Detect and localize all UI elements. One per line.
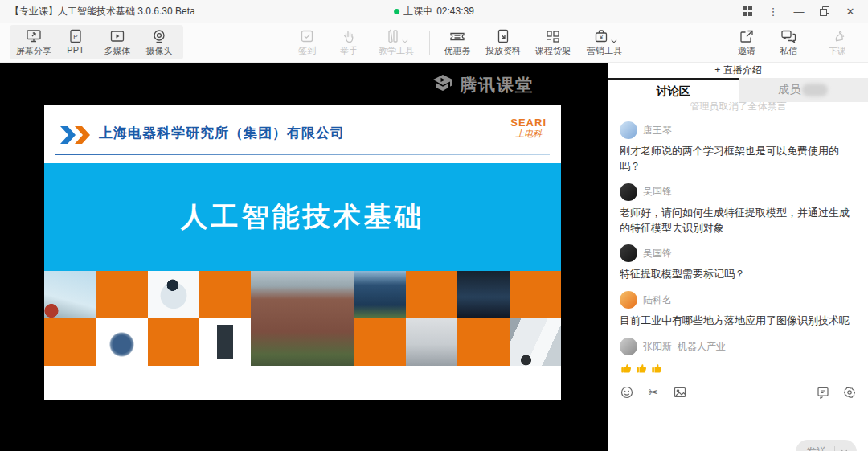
message-list[interactable]: 管理员取消了全体禁言 唐王琴刚才老师说的两个学习框架也是可以免费使用的吗？吴国锋… [608,102,868,380]
chat-username: 陆科名 [643,293,672,307]
more-menu-icon[interactable]: ⋮ [762,2,784,20]
marketing-tools-label: 营销工具 [587,45,622,57]
multimedia-label: 多媒体 [104,45,131,57]
restore-icon[interactable] [813,2,836,20]
gallery-cell-building [251,271,354,366]
teaching-tools-label: 教学工具 [379,45,414,57]
gallery-cell-orange [96,271,147,318]
system-message: 管理员取消了全体禁言 [620,102,857,113]
multimedia-icon [110,27,125,43]
camera-button[interactable]: 摄像头 [138,27,180,57]
checkin-button[interactable]: 签到 [286,27,328,57]
toolbar-divider [429,31,430,55]
member-count-blurred [802,84,828,96]
screen-share-button[interactable]: 屏幕分享 [13,27,55,57]
tab-members[interactable]: 成员 [739,78,868,102]
slide-title: 人工智能技术基础 [181,199,425,236]
composer-toolbar: ✂ [608,380,868,404]
gallery-cell-orange [148,318,199,366]
class-timer: 02:43:39 [436,6,474,17]
window-controls: ⋮ — ✕ [736,2,868,20]
emoji-icon[interactable] [620,385,634,400]
teaching-tools-button[interactable]: 教学工具 [370,27,423,57]
chat-text: 目前工业中有哪些地方落地应用了图像识别技术呢 [620,314,857,329]
gallery-cell-wind [44,271,96,318]
tab-discussion[interactable]: 讨论区 [608,78,739,102]
chat-username: 吴国锋 [643,247,672,260]
direct-message-button[interactable]: 私信 [768,27,809,57]
chat-settings-gear-icon[interactable] [842,385,857,400]
chat-text [620,360,857,375]
presentation-stage: 腾讯课堂 上海电器科学研究所（集团）有限公司 SEARI 上电科 人工智能技术 [0,63,608,451]
add-live-intro-button[interactable]: + 直播介绍 [608,63,868,78]
chat-username: 张阳新 [643,340,672,354]
company-name: 上海电器科学研究所（集团）有限公司 [99,124,345,142]
coupon-button[interactable]: 优惠券 [436,27,478,57]
gallery-cell-orange [44,318,96,366]
camera-label: 摄像头 [146,45,173,57]
slide-footer [44,366,561,400]
tab-discussion-label: 讨论区 [657,84,690,99]
marketing-tools-icon: ¥ [594,27,615,43]
stream-source-group: 屏幕分享 P PPT 多媒体 摄像头 [10,25,183,59]
course-shelf-label: 课程货架 [535,45,571,57]
live-status-dot [394,9,399,14]
gallery-cell-orange [510,271,561,318]
invite-button[interactable]: 邀请 [726,27,768,57]
gallery-cell-breaker [199,318,251,366]
minimize-icon[interactable]: — [788,2,810,20]
svg-text:¥: ¥ [600,34,604,41]
main-toolbar: 屏幕分享 P PPT 多媒体 摄像头 [0,23,868,63]
svg-text:P: P [73,33,77,40]
materials-button[interactable]: 投放资料 [478,27,528,57]
chat-message: 唐王琴刚才老师说的两个学习框架也是可以免费使用的吗？ [620,121,857,174]
title-bar: 【专业课】人工智能技术基础 3.0.6.30 Beta 上课中 02:43:39… [0,0,868,23]
ppt-icon: P [69,27,82,43]
header-rule [55,154,550,155]
end-class-button[interactable]: 下课 [817,27,858,57]
slide-gallery [44,271,561,366]
gallery-cell-orange [199,271,251,318]
raise-hand-label: 举手 [340,45,358,57]
image-icon[interactable] [673,385,687,400]
coupon-icon [449,27,465,43]
marketing-tools-button[interactable]: ¥ 营销工具 [578,27,631,57]
tencent-classroom-logo-icon [432,74,453,96]
send-divider [834,446,835,451]
avatar [620,183,637,201]
materials-icon [497,27,510,43]
direct-message-icon [780,27,796,43]
slide-title-band: 人工智能技术基础 [44,163,561,271]
thumbs-up-emoji [635,362,649,375]
send-button[interactable]: 发送 [796,440,857,451]
watermark-text: 腾讯课堂 [460,74,534,96]
course-shelf-button[interactable]: 课程货架 [528,27,578,57]
raise-hand-button[interactable]: 举手 [328,27,370,57]
chat-usertag: 机器人产业 [678,340,726,354]
chat-username: 吴国锋 [643,185,672,199]
gallery-cell-solar [354,271,406,318]
multimedia-button[interactable]: 多媒体 [96,27,138,57]
screenshot-scissors-icon[interactable]: ✂ [646,385,661,400]
chat-message: 吴国锋特征提取模型需要标记吗？ [620,244,857,282]
end-class-label: 下课 [829,45,846,57]
avatar [620,291,637,309]
slide-header: 上海电器科学研究所（集团）有限公司 SEARI 上电科 [44,105,561,163]
teaching-tools-icon [387,27,406,43]
ppt-button[interactable]: P PPT [55,27,96,57]
class-status-label: 上课中 [403,5,432,18]
window-title: 【专业课】人工智能技术基础 3.0.6.30 Beta [0,5,195,18]
main-area: 腾讯课堂 上海电器科学研究所（集团）有限公司 SEARI 上电科 人工智能技术 [0,63,868,451]
gallery-cell-tower [457,271,509,318]
thumbs-up-emoji [620,362,633,375]
seari-logo-text: SEARI [510,117,547,129]
layout-grid-icon[interactable] [736,2,759,20]
close-icon[interactable]: ✕ [839,2,862,20]
invite-icon [739,27,754,43]
thumbs-up-emoji [650,362,664,375]
message-manage-icon[interactable] [816,385,830,400]
chevrons-icon [59,125,92,148]
end-class-bell-icon [830,27,845,43]
send-button-label: 发送 [806,445,827,451]
chat-message: 吴国锋老师好，请问如何生成特征提取模型，并通过生成的特征模型去识别对象 [620,183,857,236]
